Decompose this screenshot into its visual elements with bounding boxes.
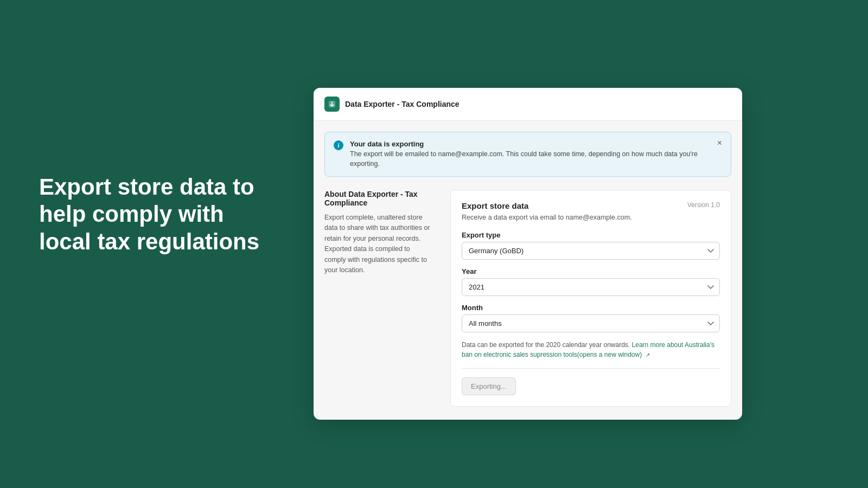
- year-group: Year 2021 2020 2019 2018: [462, 267, 720, 296]
- info-icon: i: [334, 140, 343, 150]
- modal-body: i Your data is exporting The export will…: [314, 121, 742, 420]
- footer-note: Data can be exported for the 2020 calend…: [462, 340, 720, 359]
- close-banner-button[interactable]: ×: [715, 138, 724, 149]
- left-panel-description: Export complete, unaltered store data to…: [324, 213, 433, 275]
- modal-header: Data Exporter - Tax Compliance: [314, 88, 742, 121]
- modal-title: Data Exporter - Tax Compliance: [345, 100, 459, 108]
- year-label: Year: [462, 267, 720, 275]
- info-banner-content: Your data is exporting The export will b…: [350, 140, 722, 169]
- info-banner: i Your data is exporting The export will…: [324, 132, 731, 177]
- export-type-group: Export type Germany (GoBD) Austria Franc…: [462, 231, 720, 260]
- month-select[interactable]: All months January February March April …: [462, 314, 720, 332]
- app-icon: [324, 97, 340, 112]
- export-type-select[interactable]: Germany (GoBD) Austria France United Sta…: [462, 242, 720, 260]
- main-content: About Data Exporter - Tax Compliance Exp…: [324, 190, 731, 420]
- right-panel: Export store data Version 1.0 Receive a …: [450, 190, 731, 407]
- external-link-icon: ↗: [646, 351, 650, 359]
- hero-headline: Export store data to help comply with lo…: [39, 174, 272, 255]
- right-panel-header: Export store data Version 1.0: [462, 201, 720, 210]
- modal: Data Exporter - Tax Compliance i Your da…: [314, 88, 742, 420]
- receive-info: Receive a data export via email to name@…: [462, 214, 720, 221]
- left-panel: About Data Exporter - Tax Compliance Exp…: [324, 190, 433, 407]
- version-label: Version 1.0: [687, 201, 720, 209]
- export-type-label: Export type: [462, 231, 720, 239]
- month-label: Month: [462, 304, 720, 312]
- month-group: Month All months January February March …: [462, 304, 720, 332]
- export-button[interactable]: Exporting...: [462, 377, 516, 395]
- info-banner-title: Your data is exporting: [350, 140, 722, 148]
- right-panel-title: Export store data: [462, 201, 528, 210]
- divider: [462, 368, 720, 369]
- left-panel-title: About Data Exporter - Tax Compliance: [324, 190, 433, 207]
- info-banner-description: The export will be emailed to name@examp…: [350, 150, 722, 169]
- year-select[interactable]: 2021 2020 2019 2018: [462, 278, 720, 296]
